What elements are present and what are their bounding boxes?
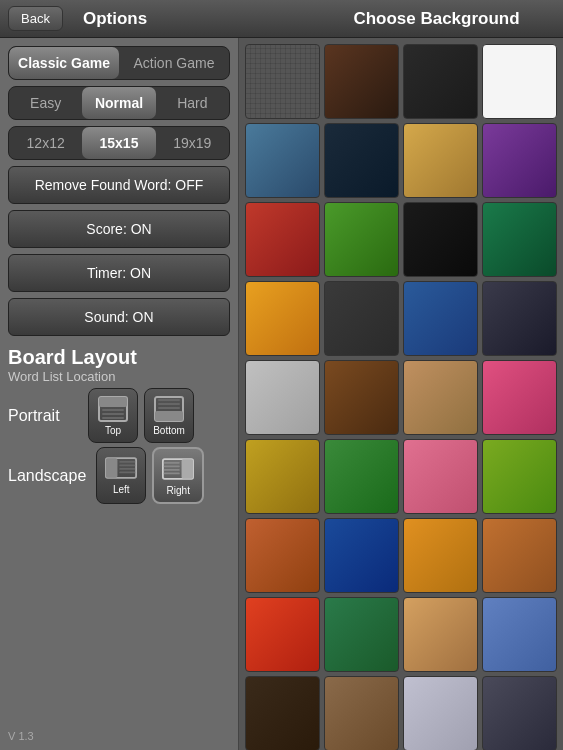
background-thumb-26[interactable] (324, 518, 399, 593)
svg-rect-17 (182, 459, 194, 479)
classic-game-button[interactable]: Classic Game (9, 47, 119, 79)
portrait-row: Portrait Top (8, 388, 230, 443)
size-15x15-button[interactable]: 15x15 (82, 127, 155, 159)
word-list-location-label: Word List Location (8, 369, 230, 384)
background-thumb-5[interactable] (245, 123, 320, 198)
background-thumb-28[interactable] (482, 518, 557, 593)
board-layout-title: Board Layout (8, 346, 230, 369)
background-thumb-16[interactable] (482, 281, 557, 356)
background-thumb-10[interactable] (324, 202, 399, 277)
timer-button[interactable]: Timer: ON (8, 254, 230, 292)
portrait-top-button[interactable]: Top (88, 388, 138, 443)
svg-rect-6 (155, 411, 183, 421)
svg-rect-4 (102, 417, 124, 419)
landscape-left-label: Left (113, 484, 130, 495)
svg-rect-9 (158, 407, 180, 409)
difficulty-control: Easy Normal Hard (8, 86, 230, 120)
svg-rect-3 (102, 413, 124, 415)
options-title: Options (83, 9, 147, 29)
background-thumb-14[interactable] (324, 281, 399, 356)
landscape-right-button[interactable]: Right (152, 447, 204, 504)
background-thumb-21[interactable] (245, 439, 320, 514)
game-type-control: Classic Game Action Game (8, 46, 230, 80)
portrait-top-label: Top (105, 425, 121, 436)
background-thumb-33[interactable] (245, 676, 320, 750)
background-thumb-4[interactable] (482, 44, 557, 119)
portrait-top-icon (97, 395, 129, 423)
background-thumb-34[interactable] (324, 676, 399, 750)
background-thumb-36[interactable] (482, 676, 557, 750)
background-thumb-27[interactable] (403, 518, 478, 593)
background-grid (245, 44, 557, 750)
background-thumb-6[interactable] (324, 123, 399, 198)
portrait-icons: Top Bottom (88, 388, 194, 443)
svg-rect-21 (164, 473, 180, 475)
landscape-right-label: Right (167, 485, 190, 496)
background-thumb-20[interactable] (482, 360, 557, 435)
size-12x12-button[interactable]: 12x12 (9, 127, 82, 159)
action-game-button[interactable]: Action Game (119, 47, 229, 79)
svg-rect-2 (102, 409, 124, 411)
background-thumb-17[interactable] (245, 360, 320, 435)
landscape-left-icon (105, 454, 137, 482)
background-thumb-23[interactable] (403, 439, 478, 514)
svg-rect-18 (164, 462, 180, 464)
background-thumb-12[interactable] (482, 202, 557, 277)
svg-rect-11 (106, 458, 118, 478)
background-thumb-9[interactable] (245, 202, 320, 277)
header: Back Options Choose Background (0, 0, 563, 38)
svg-rect-15 (120, 472, 136, 474)
landscape-right-icon (162, 455, 194, 483)
background-thumb-19[interactable] (403, 360, 478, 435)
hard-button[interactable]: Hard (156, 87, 229, 119)
background-thumb-22[interactable] (324, 439, 399, 514)
landscape-icons: Left Right (96, 447, 204, 504)
background-thumb-8[interactable] (482, 123, 557, 198)
portrait-bottom-label: Bottom (153, 425, 185, 436)
svg-rect-20 (164, 469, 180, 471)
background-thumb-31[interactable] (403, 597, 478, 672)
background-thumb-2[interactable] (324, 44, 399, 119)
svg-rect-19 (164, 465, 180, 467)
choose-background-title: Choose Background (310, 9, 563, 29)
landscape-left-button[interactable]: Left (96, 447, 146, 504)
background-thumb-30[interactable] (324, 597, 399, 672)
background-thumb-7[interactable] (403, 123, 478, 198)
svg-rect-1 (99, 397, 127, 407)
background-thumb-32[interactable] (482, 597, 557, 672)
remove-found-word-button[interactable]: Remove Found Word: OFF (8, 166, 230, 204)
background-thumb-29[interactable] (245, 597, 320, 672)
background-thumb-13[interactable] (245, 281, 320, 356)
background-thumb-18[interactable] (324, 360, 399, 435)
landscape-label: Landscape (8, 467, 86, 485)
background-thumb-15[interactable] (403, 281, 478, 356)
score-button[interactable]: Score: ON (8, 210, 230, 248)
landscape-row: Landscape Left (8, 447, 230, 504)
svg-rect-7 (158, 399, 180, 401)
main-content: Classic Game Action Game Easy Normal Har… (0, 38, 563, 750)
size-19x19-button[interactable]: 19x19 (156, 127, 229, 159)
svg-rect-8 (158, 403, 180, 405)
background-thumb-24[interactable] (482, 439, 557, 514)
portrait-label: Portrait (8, 407, 78, 425)
version-label: V 1.3 (8, 730, 230, 742)
normal-button[interactable]: Normal (82, 87, 155, 119)
svg-rect-14 (120, 468, 136, 470)
svg-rect-13 (120, 464, 136, 466)
sound-button[interactable]: Sound: ON (8, 298, 230, 336)
board-layout-section: Board Layout Word List Location Portrait (8, 342, 230, 504)
portrait-bottom-icon (153, 395, 185, 423)
left-panel: Classic Game Action Game Easy Normal Har… (0, 38, 238, 750)
easy-button[interactable]: Easy (9, 87, 82, 119)
svg-rect-12 (120, 461, 136, 463)
right-panel (239, 38, 563, 750)
board-size-control: 12x12 15x15 19x19 (8, 126, 230, 160)
background-thumb-25[interactable] (245, 518, 320, 593)
background-thumb-35[interactable] (403, 676, 478, 750)
background-thumb-3[interactable] (403, 44, 478, 119)
background-thumb-11[interactable] (403, 202, 478, 277)
portrait-bottom-button[interactable]: Bottom (144, 388, 194, 443)
background-thumb-1[interactable] (245, 44, 320, 119)
back-button[interactable]: Back (8, 6, 63, 31)
